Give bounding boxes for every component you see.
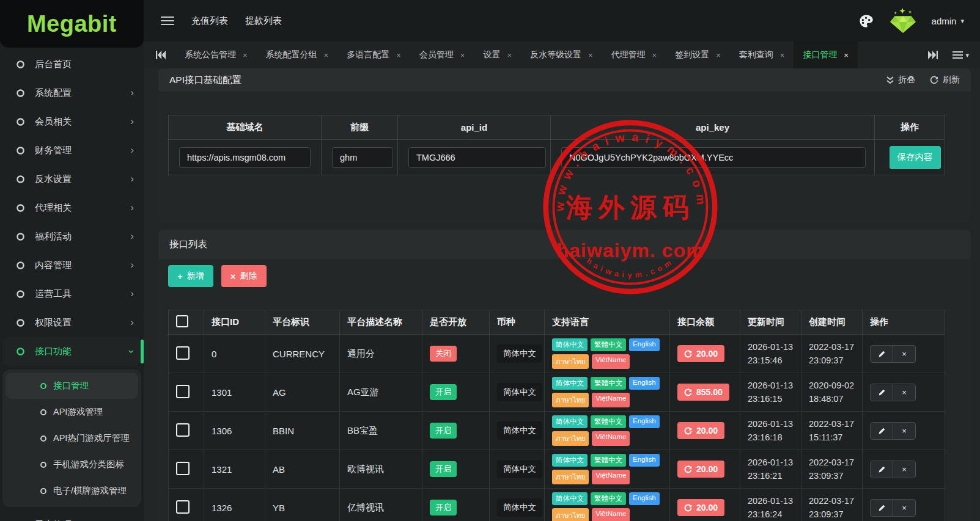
- language-badges: 简体中文繁體中文EnglishภาษาไทยViệtName: [552, 412, 668, 450]
- tab-menu-icon[interactable]: ▾: [952, 51, 969, 59]
- sidebar-item-label: 财务管理: [35, 145, 72, 156]
- edit-button[interactable]: [870, 461, 893, 478]
- nav-recharge-list[interactable]: 充值列表: [191, 15, 228, 27]
- sidebar-subitem[interactable]: API热门游戏厅管理: [6, 425, 138, 451]
- tab-close-icon[interactable]: ×: [588, 51, 593, 59]
- save-button[interactable]: 保存内容: [890, 146, 941, 169]
- language-badge: ViệtName: [592, 431, 630, 446]
- edit-button[interactable]: [870, 422, 893, 440]
- tab-close-icon[interactable]: ×: [507, 51, 512, 59]
- tab-9[interactable]: 套利查询×: [730, 42, 794, 68]
- refresh-icon: [684, 388, 692, 396]
- sidebar-item-label: 反水设置: [35, 173, 72, 185]
- tab-close-icon[interactable]: ×: [844, 51, 849, 59]
- currency-tag: 简体中文: [497, 460, 542, 478]
- sidebar-item[interactable]: 反水设置›: [0, 165, 144, 194]
- balance-refresh-button[interactable]: 20.00: [677, 499, 724, 516]
- prefix-input[interactable]: [332, 147, 393, 168]
- sidebar-item[interactable]: 福利活动›: [0, 222, 144, 251]
- sidebar-item[interactable]: 后台首页: [0, 50, 144, 79]
- sidebar-item[interactable]: 代理相关›: [0, 194, 144, 222]
- circle-icon: [16, 117, 25, 126]
- tab-label: 系统公告管理: [185, 49, 236, 60]
- hamburger-icon[interactable]: [161, 16, 174, 25]
- delete-button[interactable]: ×删除: [221, 265, 267, 287]
- tab-5[interactable]: 设置×: [474, 42, 521, 68]
- delete-row-button[interactable]: ×: [893, 422, 916, 440]
- cell-actions: ×: [863, 412, 945, 450]
- select-all-checkbox[interactable]: [176, 315, 188, 327]
- circle-icon: [16, 146, 25, 155]
- tab-close-icon[interactable]: ×: [243, 51, 248, 59]
- balance-refresh-button[interactable]: 20.00: [677, 461, 724, 478]
- tab-6[interactable]: 反水等级设置×: [521, 42, 602, 68]
- palette-icon[interactable]: [858, 13, 874, 29]
- sidebar-subitem[interactable]: API游戏管理: [6, 399, 138, 425]
- tab-4[interactable]: 会员管理×: [410, 42, 474, 68]
- row-checkbox[interactable]: [176, 346, 190, 360]
- tab-close-icon[interactable]: ×: [780, 51, 785, 59]
- tab-close-icon[interactable]: ×: [652, 51, 657, 59]
- logo: Megabit: [0, 0, 144, 48]
- sidebar-item[interactable]: 财务管理›: [0, 136, 144, 165]
- sidebar-item[interactable]: 日志管理›: [0, 511, 144, 521]
- sidebar-item[interactable]: 运营工具›: [0, 280, 144, 308]
- sidebar-subitem[interactable]: 电子/棋牌游戏管理: [6, 478, 138, 504]
- language-badge: English: [629, 338, 660, 351]
- tab-2[interactable]: 系统配置分组×: [257, 42, 338, 68]
- edit-button[interactable]: [870, 345, 893, 363]
- sidebar-item[interactable]: 内容管理›: [0, 251, 144, 280]
- chevron-right-icon: ›: [130, 260, 134, 270]
- sidebar-item[interactable]: 接口功能›: [2, 337, 141, 366]
- skip-back-icon[interactable]: [156, 51, 166, 59]
- status-badge: 开启: [430, 423, 457, 439]
- tab-7[interactable]: 代理管理×: [602, 42, 666, 68]
- balance-refresh-button[interactable]: 20.00: [677, 422, 724, 439]
- api-id-input[interactable]: [408, 147, 546, 168]
- nav-withdraw-list[interactable]: 提款列表: [245, 15, 282, 27]
- row-checkbox[interactable]: [176, 385, 190, 398]
- delete-row-button[interactable]: ×: [893, 345, 916, 363]
- tab-close-icon[interactable]: ×: [716, 51, 721, 59]
- balance-refresh-button[interactable]: 855.00: [677, 384, 729, 401]
- delete-row-button[interactable]: ×: [893, 461, 916, 478]
- tab-close-icon[interactable]: ×: [324, 51, 329, 59]
- sidebar-item[interactable]: 权限设置›: [0, 308, 144, 337]
- tab-close-icon[interactable]: ×: [460, 51, 465, 59]
- delete-row-button[interactable]: ×: [893, 499, 916, 517]
- tab-1[interactable]: 系统公告管理×: [175, 42, 257, 68]
- diamond-icon[interactable]: [889, 8, 917, 34]
- row-checkbox[interactable]: [176, 423, 190, 437]
- circle-icon: [40, 409, 47, 416]
- user-menu[interactable]: admin ▾: [932, 16, 964, 26]
- circle-icon: [40, 382, 47, 390]
- row-actions: ×: [870, 345, 945, 363]
- sidebar-subitem[interactable]: 手机游戏分类图标: [6, 451, 138, 478]
- add-button[interactable]: +新增: [168, 265, 213, 287]
- skip-forward-icon[interactable]: [928, 51, 938, 59]
- row-checkbox[interactable]: [176, 500, 190, 514]
- delete-row-button[interactable]: ×: [893, 384, 916, 401]
- sidebar-item[interactable]: 会员相关›: [0, 107, 144, 136]
- tab-8[interactable]: 签到设置×: [666, 42, 730, 68]
- table-row: 1301AGAG亚游开启简体中文简体中文繁體中文EnglishภาษาไทยVi…: [169, 373, 945, 412]
- language-badge: English: [629, 415, 660, 428]
- tab-10[interactable]: 接口管理×: [794, 42, 858, 68]
- api-key-input[interactable]: [561, 147, 866, 168]
- sidebar-subitem[interactable]: 接口管理: [6, 373, 138, 399]
- circle-icon: [16, 175, 25, 184]
- balance-refresh-button[interactable]: 20.00: [677, 345, 724, 362]
- collapse-button[interactable]: 折叠: [886, 75, 915, 86]
- tab-close-icon[interactable]: ×: [396, 51, 401, 59]
- refresh-icon: [684, 504, 692, 512]
- edit-button[interactable]: [870, 499, 893, 517]
- edit-button[interactable]: [870, 384, 893, 401]
- status-badge: 开启: [430, 461, 457, 477]
- row-checkbox[interactable]: [176, 462, 190, 475]
- sidebar-item[interactable]: 系统配置›: [0, 79, 144, 107]
- refresh-button[interactable]: 刷新: [930, 75, 960, 86]
- cell-currency: 简体中文: [490, 489, 545, 521]
- base-domain-input[interactable]: [179, 147, 311, 168]
- cell-platform-name: 欧博视讯: [340, 450, 422, 489]
- tab-3[interactable]: 多语言配置×: [337, 42, 410, 68]
